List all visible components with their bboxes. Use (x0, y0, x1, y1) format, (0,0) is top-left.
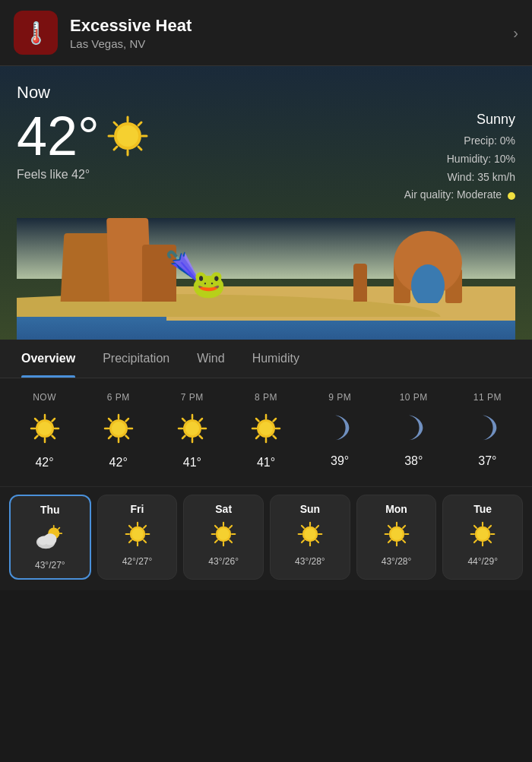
svg-line-91 (302, 526, 304, 528)
daily-day: Sat (215, 503, 232, 515)
sun-icon (470, 521, 496, 547)
hourly-time: 6 PM (107, 392, 130, 403)
hourly-item[interactable]: 10 PM 38° (377, 386, 451, 476)
air-quality-dot (508, 192, 515, 200)
svg-line-101 (388, 526, 390, 528)
cloud-sun-icon (36, 522, 65, 551)
daily-row: Thu 43°/27° Fri 42°/27° Sat (9, 495, 523, 580)
daily-icon (36, 522, 65, 554)
daily-card[interactable]: Thu 43°/27° (9, 495, 91, 580)
svg-point-46 (259, 422, 273, 435)
tabs-row: Overview Precipitation Wind Humidity (0, 340, 532, 378)
daily-card[interactable]: Sun 43°/28° (270, 495, 350, 580)
daily-icon (125, 521, 150, 550)
precip-detail: Precip: 0% (404, 132, 515, 150)
svg-line-71 (128, 526, 131, 528)
daily-day: Tue (473, 503, 492, 515)
alert-chevron-icon[interactable]: › (513, 24, 518, 42)
hourly-icon (30, 413, 60, 447)
hourly-temp: 37° (478, 454, 496, 468)
hourly-item[interactable]: 6 PM 42° (81, 386, 155, 476)
hourly-section: NOW 42° 6 PM 42° (0, 378, 532, 486)
svg-line-84 (215, 540, 217, 542)
moon-icon (473, 413, 502, 442)
daily-icon (470, 521, 496, 550)
svg-line-93 (316, 526, 318, 528)
hourly-item[interactable]: NOW 42° (8, 386, 81, 476)
tab-precipitation[interactable]: Precipitation (89, 340, 183, 378)
hourly-item[interactable]: 7 PM 41° (155, 386, 229, 476)
hourly-icon (177, 413, 207, 447)
svg-point-64 (38, 536, 48, 545)
svg-line-81 (215, 526, 217, 528)
now-temp-row: 42° (17, 109, 148, 163)
alert-subtitle: Las Vegas, NV (70, 37, 504, 50)
rock-small (353, 264, 367, 302)
svg-line-74 (128, 540, 131, 542)
hourly-item[interactable]: 9 PM 39° (303, 386, 377, 476)
svg-point-36 (185, 422, 199, 435)
svg-line-24 (35, 436, 38, 439)
svg-line-9 (114, 147, 117, 150)
svg-line-51 (256, 419, 259, 422)
svg-line-31 (109, 419, 112, 422)
svg-line-102 (403, 540, 405, 542)
alert-banner[interactable]: 🌡️ Excessive Heat Las Vegas, NV › (0, 0, 532, 66)
tab-humidity[interactable]: Humidity (239, 340, 313, 378)
daily-temps: 43°/26° (208, 556, 239, 567)
svg-line-112 (489, 540, 491, 542)
hourly-time: 10 PM (400, 392, 428, 403)
now-right: Sunny Precip: 0% Humidity: 10% Wind: 35 … (404, 112, 515, 204)
svg-point-66 (131, 529, 143, 540)
now-section: Now 42° (0, 66, 532, 340)
svg-point-96 (391, 529, 402, 540)
svg-line-60 (58, 528, 59, 530)
daily-card[interactable]: Mon 43°/28° (356, 495, 437, 580)
thermometer-icon: 🌡️ (23, 21, 49, 46)
sun-icon (211, 521, 236, 547)
daily-icon (211, 521, 236, 550)
svg-line-94 (302, 540, 304, 542)
svg-point-26 (112, 422, 125, 435)
daily-icon (384, 521, 410, 550)
svg-line-72 (144, 540, 146, 542)
hourly-icon (473, 413, 502, 445)
sun-icon (30, 413, 60, 444)
sun-icon (297, 521, 323, 547)
moon-icon (399, 413, 428, 442)
hourly-temp: 39° (331, 454, 349, 468)
hourly-time: 8 PM (255, 392, 277, 403)
hourly-item[interactable]: 11 PM 37° (451, 386, 524, 476)
hourly-icon (399, 413, 428, 445)
svg-line-34 (109, 436, 112, 439)
daily-card[interactable]: Sat 43°/26° (183, 495, 264, 580)
daily-icon (297, 521, 323, 550)
daily-card[interactable]: Fri 42°/27° (97, 495, 178, 580)
hourly-time: 9 PM (328, 392, 351, 403)
hourly-icon (103, 413, 134, 447)
svg-line-8 (138, 122, 141, 125)
tab-wind[interactable]: Wind (183, 340, 238, 378)
svg-line-111 (474, 526, 477, 528)
hourly-temp: 42° (35, 456, 53, 470)
moon-icon (325, 413, 354, 442)
svg-line-7 (138, 147, 141, 150)
hourly-temp: 41° (257, 456, 275, 470)
tab-overview[interactable]: Overview (8, 340, 89, 378)
hourly-time: NOW (33, 392, 56, 403)
hourly-item[interactable]: 8 PM 41° (229, 386, 302, 476)
arch-rock (394, 231, 462, 303)
daily-temps: 44°/29° (467, 556, 498, 567)
hourly-time: 7 PM (181, 392, 204, 403)
daily-temps: 43°/28° (295, 556, 325, 567)
scene-illustration: 🌂 🐸 (17, 218, 515, 340)
now-label: Now (17, 83, 515, 103)
svg-point-76 (218, 529, 230, 540)
sun-icon (251, 413, 281, 444)
hourly-temp: 41° (183, 456, 201, 470)
svg-point-86 (304, 529, 315, 540)
svg-line-82 (230, 540, 232, 542)
hourly-temp: 38° (404, 454, 423, 468)
now-left: 42° Feels (17, 109, 148, 182)
daily-card[interactable]: Tue 44°/29° (442, 495, 523, 580)
